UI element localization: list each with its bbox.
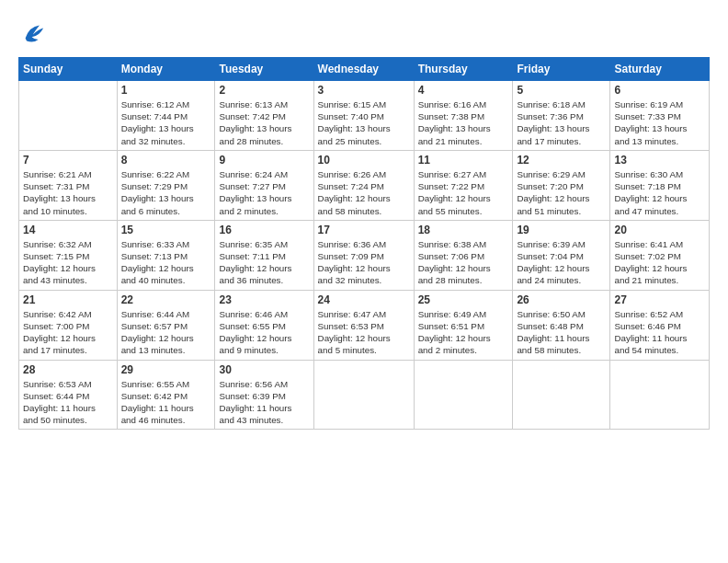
calendar-week-row: 21Sunrise: 6:42 AMSunset: 7:00 PMDayligh… <box>19 290 710 360</box>
calendar-cell: 17Sunrise: 6:36 AMSunset: 7:09 PMDayligh… <box>313 220 414 290</box>
day-info: Sunrise: 6:38 AMSunset: 7:06 PMDaylight:… <box>418 238 509 287</box>
day-number: 7 <box>23 154 113 167</box>
calendar-cell: 23Sunrise: 6:46 AMSunset: 6:55 PMDayligh… <box>215 290 313 360</box>
day-number: 24 <box>318 293 410 306</box>
day-number: 20 <box>614 224 705 236</box>
day-number: 23 <box>219 293 309 306</box>
day-number: 27 <box>614 293 705 306</box>
day-number: 5 <box>517 84 606 97</box>
calendar-header-tuesday: Tuesday <box>215 58 313 81</box>
day-info: Sunrise: 6:42 AMSunset: 7:00 PMDaylight:… <box>23 308 113 357</box>
day-info: Sunrise: 6:46 AMSunset: 6:55 PMDaylight:… <box>219 308 309 357</box>
calendar-header-friday: Friday <box>513 58 610 81</box>
calendar-cell: 9Sunrise: 6:24 AMSunset: 7:27 PMDaylight… <box>215 150 313 220</box>
day-number: 13 <box>614 154 705 167</box>
day-number: 18 <box>418 224 509 236</box>
day-number: 21 <box>23 293 113 306</box>
calendar-week-row: 14Sunrise: 6:32 AMSunset: 7:15 PMDayligh… <box>19 220 710 290</box>
day-number: 11 <box>418 154 509 167</box>
day-info: Sunrise: 6:27 AMSunset: 7:22 PMDaylight:… <box>418 168 509 217</box>
calendar-cell: 20Sunrise: 6:41 AMSunset: 7:02 PMDayligh… <box>610 220 710 290</box>
calendar-cell: 14Sunrise: 6:32 AMSunset: 7:15 PMDayligh… <box>19 220 118 290</box>
day-number: 29 <box>121 363 211 376</box>
day-number: 12 <box>517 154 606 167</box>
day-info: Sunrise: 6:47 AMSunset: 6:53 PMDaylight:… <box>318 308 410 357</box>
calendar-cell: 19Sunrise: 6:39 AMSunset: 7:04 PMDayligh… <box>513 220 610 290</box>
calendar-cell <box>19 81 118 151</box>
calendar-cell: 15Sunrise: 6:33 AMSunset: 7:13 PMDayligh… <box>117 220 215 290</box>
day-info: Sunrise: 6:52 AMSunset: 6:46 PMDaylight:… <box>614 308 705 357</box>
day-info: Sunrise: 6:29 AMSunset: 7:20 PMDaylight:… <box>517 168 606 217</box>
calendar-cell: 13Sunrise: 6:30 AMSunset: 7:18 PMDayligh… <box>610 150 710 220</box>
day-number: 14 <box>23 224 113 236</box>
day-info: Sunrise: 6:56 AMSunset: 6:39 PMDaylight:… <box>219 378 309 427</box>
calendar-cell <box>610 360 710 430</box>
calendar-cell: 3Sunrise: 6:15 AMSunset: 7:40 PMDaylight… <box>313 81 414 151</box>
day-number: 25 <box>418 293 509 306</box>
calendar-cell: 2Sunrise: 6:13 AMSunset: 7:42 PMDaylight… <box>215 81 313 151</box>
day-number: 26 <box>517 293 606 306</box>
calendar-cell: 6Sunrise: 6:19 AMSunset: 7:33 PMDaylight… <box>610 81 710 151</box>
day-info: Sunrise: 6:13 AMSunset: 7:42 PMDaylight:… <box>219 98 309 147</box>
day-info: Sunrise: 6:41 AMSunset: 7:02 PMDaylight:… <box>614 238 705 287</box>
calendar-cell: 27Sunrise: 6:52 AMSunset: 6:46 PMDayligh… <box>610 290 710 360</box>
calendar-cell: 21Sunrise: 6:42 AMSunset: 7:00 PMDayligh… <box>19 290 118 360</box>
day-info: Sunrise: 6:33 AMSunset: 7:13 PMDaylight:… <box>121 238 211 287</box>
calendar-cell: 24Sunrise: 6:47 AMSunset: 6:53 PMDayligh… <box>313 290 414 360</box>
day-info: Sunrise: 6:18 AMSunset: 7:36 PMDaylight:… <box>517 98 606 147</box>
day-info: Sunrise: 6:36 AMSunset: 7:09 PMDaylight:… <box>318 238 410 287</box>
logo-bird-icon <box>20 20 46 46</box>
day-info: Sunrise: 6:19 AMSunset: 7:33 PMDaylight:… <box>614 98 705 147</box>
calendar-cell <box>414 360 513 430</box>
day-number: 8 <box>121 154 211 167</box>
day-number: 22 <box>121 293 211 306</box>
day-info: Sunrise: 6:12 AMSunset: 7:44 PMDaylight:… <box>121 98 211 147</box>
calendar-cell: 16Sunrise: 6:35 AMSunset: 7:11 PMDayligh… <box>215 220 313 290</box>
day-info: Sunrise: 6:55 AMSunset: 6:42 PMDaylight:… <box>121 378 211 427</box>
calendar-cell: 22Sunrise: 6:44 AMSunset: 6:57 PMDayligh… <box>117 290 215 360</box>
day-info: Sunrise: 6:26 AMSunset: 7:24 PMDaylight:… <box>318 168 410 217</box>
page: SundayMondayTuesdayWednesdayThursdayFrid… <box>0 0 728 563</box>
day-info: Sunrise: 6:32 AMSunset: 7:15 PMDaylight:… <box>23 238 113 287</box>
day-number: 2 <box>219 84 309 97</box>
calendar-cell: 8Sunrise: 6:22 AMSunset: 7:29 PMDaylight… <box>117 150 215 220</box>
calendar-cell: 5Sunrise: 6:18 AMSunset: 7:36 PMDaylight… <box>513 81 610 151</box>
day-info: Sunrise: 6:50 AMSunset: 6:48 PMDaylight:… <box>517 308 606 357</box>
logo <box>18 20 46 50</box>
calendar-header-row: SundayMondayTuesdayWednesdayThursdayFrid… <box>19 58 710 81</box>
day-number: 30 <box>219 363 309 376</box>
day-number: 28 <box>23 363 113 376</box>
day-info: Sunrise: 6:39 AMSunset: 7:04 PMDaylight:… <box>517 238 606 287</box>
calendar-table: SundayMondayTuesdayWednesdayThursdayFrid… <box>18 57 710 430</box>
day-info: Sunrise: 6:22 AMSunset: 7:29 PMDaylight:… <box>121 168 211 217</box>
day-number: 19 <box>517 224 606 236</box>
calendar-cell: 4Sunrise: 6:16 AMSunset: 7:38 PMDaylight… <box>414 81 513 151</box>
calendar-header-sunday: Sunday <box>19 58 118 81</box>
day-info: Sunrise: 6:53 AMSunset: 6:44 PMDaylight:… <box>23 378 113 427</box>
day-info: Sunrise: 6:30 AMSunset: 7:18 PMDaylight:… <box>614 168 705 217</box>
day-info: Sunrise: 6:16 AMSunset: 7:38 PMDaylight:… <box>418 98 509 147</box>
calendar-cell: 7Sunrise: 6:21 AMSunset: 7:31 PMDaylight… <box>19 150 118 220</box>
day-info: Sunrise: 6:24 AMSunset: 7:27 PMDaylight:… <box>219 168 309 217</box>
calendar-cell: 29Sunrise: 6:55 AMSunset: 6:42 PMDayligh… <box>117 360 215 430</box>
calendar-header-monday: Monday <box>117 58 215 81</box>
calendar-cell: 30Sunrise: 6:56 AMSunset: 6:39 PMDayligh… <box>215 360 313 430</box>
day-number: 6 <box>614 84 705 97</box>
calendar-week-row: 28Sunrise: 6:53 AMSunset: 6:44 PMDayligh… <box>19 360 710 430</box>
day-number: 3 <box>318 84 410 97</box>
calendar-cell: 28Sunrise: 6:53 AMSunset: 6:44 PMDayligh… <box>19 360 118 430</box>
calendar-cell: 25Sunrise: 6:49 AMSunset: 6:51 PMDayligh… <box>414 290 513 360</box>
day-info: Sunrise: 6:35 AMSunset: 7:11 PMDaylight:… <box>219 238 309 287</box>
calendar-cell: 18Sunrise: 6:38 AMSunset: 7:06 PMDayligh… <box>414 220 513 290</box>
day-number: 10 <box>318 154 410 167</box>
day-number: 16 <box>219 224 309 236</box>
calendar-cell: 1Sunrise: 6:12 AMSunset: 7:44 PMDaylight… <box>117 81 215 151</box>
calendar-cell: 26Sunrise: 6:50 AMSunset: 6:48 PMDayligh… <box>513 290 610 360</box>
calendar-cell: 11Sunrise: 6:27 AMSunset: 7:22 PMDayligh… <box>414 150 513 220</box>
calendar-week-row: 1Sunrise: 6:12 AMSunset: 7:44 PMDaylight… <box>19 81 710 151</box>
calendar-cell: 12Sunrise: 6:29 AMSunset: 7:20 PMDayligh… <box>513 150 610 220</box>
day-number: 17 <box>318 224 410 236</box>
day-info: Sunrise: 6:44 AMSunset: 6:57 PMDaylight:… <box>121 308 211 357</box>
header <box>18 17 710 50</box>
day-number: 15 <box>121 224 211 236</box>
